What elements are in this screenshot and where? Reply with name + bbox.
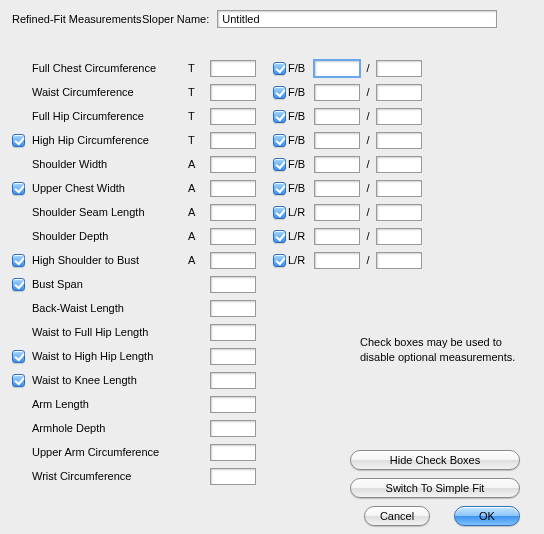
value-input-1[interactable] — [210, 156, 256, 173]
value-input-2[interactable] — [314, 228, 360, 245]
cancel-button[interactable]: Cancel — [364, 506, 430, 526]
value-input-1[interactable] — [210, 324, 256, 341]
value-input-1[interactable] — [210, 276, 256, 293]
measurement-row: Waist CircumferenceTF/B/ — [8, 80, 536, 104]
split-checkbox[interactable] — [273, 86, 286, 99]
measurement-type: A — [188, 230, 210, 242]
slash-separator: / — [360, 62, 376, 74]
ok-button[interactable]: OK — [454, 506, 520, 526]
measurement-label: Shoulder Width — [28, 158, 188, 170]
dialog-title: Refined-Fit Measurements — [12, 12, 142, 26]
measurement-label: Waist to Knee Length — [28, 374, 188, 386]
slash-separator: / — [360, 110, 376, 122]
enable-checkbox[interactable] — [12, 350, 25, 363]
sloper-name-input[interactable] — [217, 10, 497, 28]
value-input-2[interactable] — [314, 252, 360, 269]
value-input-2[interactable] — [314, 156, 360, 173]
split-checkbox[interactable] — [273, 158, 286, 171]
slash-separator: / — [360, 254, 376, 266]
hide-checkboxes-button[interactable]: Hide Check Boxes — [350, 450, 520, 470]
measurement-row: Armhole Depth — [8, 416, 536, 440]
measurement-row: Upper Chest WidthAF/B/ — [8, 176, 536, 200]
measurement-row: High Shoulder to BustAL/R/ — [8, 248, 536, 272]
slash-separator: / — [360, 86, 376, 98]
split-checkbox[interactable] — [273, 206, 286, 219]
value-input-1[interactable] — [210, 468, 256, 485]
measurement-label: High Shoulder to Bust — [28, 254, 188, 266]
value-input-3[interactable] — [376, 180, 422, 197]
measurement-type: T — [188, 62, 210, 74]
slash-separator: / — [360, 158, 376, 170]
split-label: L/R — [288, 254, 314, 266]
value-input-1[interactable] — [210, 348, 256, 365]
value-input-3[interactable] — [376, 60, 422, 77]
value-input-1[interactable] — [210, 372, 256, 389]
value-input-1[interactable] — [210, 132, 256, 149]
enable-checkbox[interactable] — [12, 374, 25, 387]
value-input-3[interactable] — [376, 156, 422, 173]
split-checkbox[interactable] — [273, 110, 286, 123]
measurement-row: Shoulder WidthAF/B/ — [8, 152, 536, 176]
measurement-row: Waist to Knee Length — [8, 368, 536, 392]
measurement-label: Waist Circumference — [28, 86, 188, 98]
value-input-1[interactable] — [210, 444, 256, 461]
measurement-type: A — [188, 206, 210, 218]
value-input-3[interactable] — [376, 228, 422, 245]
measurement-type: T — [188, 86, 210, 98]
measurement-label: Shoulder Seam Length — [28, 206, 188, 218]
value-input-3[interactable] — [376, 204, 422, 221]
value-input-2[interactable] — [314, 108, 360, 125]
measurement-label: Full Hip Circumference — [28, 110, 188, 122]
measurement-type: T — [188, 134, 210, 146]
split-label: F/B — [288, 182, 314, 194]
measurement-row: High Hip CircumferenceTF/B/ — [8, 128, 536, 152]
slash-separator: / — [360, 230, 376, 242]
split-label: F/B — [288, 134, 314, 146]
split-label: L/R — [288, 206, 314, 218]
value-input-1[interactable] — [210, 228, 256, 245]
split-checkbox[interactable] — [273, 134, 286, 147]
value-input-1[interactable] — [210, 180, 256, 197]
value-input-1[interactable] — [210, 396, 256, 413]
value-input-1[interactable] — [210, 252, 256, 269]
value-input-2[interactable] — [314, 180, 360, 197]
split-checkbox[interactable] — [273, 230, 286, 243]
measurement-row: Bust Span — [8, 272, 536, 296]
value-input-3[interactable] — [376, 132, 422, 149]
measurement-label: Upper Arm Circumference — [28, 446, 188, 458]
value-input-2[interactable] — [314, 132, 360, 149]
measurement-type: A — [188, 254, 210, 266]
enable-checkbox[interactable] — [12, 254, 25, 267]
split-checkbox[interactable] — [273, 254, 286, 267]
measurement-label: Bust Span — [28, 278, 188, 290]
split-checkbox[interactable] — [273, 182, 286, 195]
value-input-1[interactable] — [210, 108, 256, 125]
measurement-label: Upper Chest Width — [28, 182, 188, 194]
split-label: F/B — [288, 62, 314, 74]
value-input-1[interactable] — [210, 60, 256, 77]
measurement-label: Waist to High Hip Length — [28, 350, 188, 362]
value-input-3[interactable] — [376, 252, 422, 269]
hint-text: Check boxes may be used to disable optio… — [360, 335, 530, 366]
value-input-1[interactable] — [210, 84, 256, 101]
enable-checkbox[interactable] — [12, 134, 25, 147]
value-input-3[interactable] — [376, 108, 422, 125]
enable-checkbox[interactable] — [12, 278, 25, 291]
split-label: F/B — [288, 158, 314, 170]
value-input-1[interactable] — [210, 420, 256, 437]
value-input-2[interactable] — [314, 60, 360, 77]
measurement-row: Back-Waist Length — [8, 296, 536, 320]
measurement-label: Waist to Full Hip Length — [28, 326, 188, 338]
value-input-2[interactable] — [314, 204, 360, 221]
enable-checkbox[interactable] — [12, 182, 25, 195]
measurement-row: Full Chest CircumferenceTF/B/ — [8, 56, 536, 80]
value-input-3[interactable] — [376, 84, 422, 101]
value-input-2[interactable] — [314, 84, 360, 101]
measurement-label: Wrist Circumference — [28, 470, 188, 482]
value-input-1[interactable] — [210, 300, 256, 317]
value-input-1[interactable] — [210, 204, 256, 221]
switch-simple-fit-button[interactable]: Switch To Simple Fit — [350, 478, 520, 498]
measurement-label: Shoulder Depth — [28, 230, 188, 242]
slash-separator: / — [360, 182, 376, 194]
split-checkbox[interactable] — [273, 62, 286, 75]
